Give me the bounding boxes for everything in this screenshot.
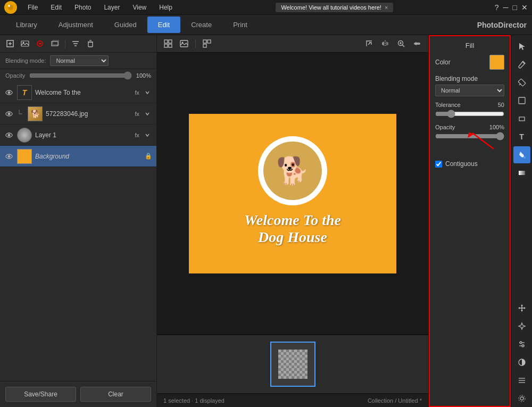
canvas-text: Welcome To the Dog House	[244, 212, 341, 246]
filter-icon[interactable]	[70, 38, 81, 49]
tab-edit[interactable]: Edit	[147, 16, 180, 33]
tool-brush[interactable]	[513, 56, 530, 73]
notification-bar: Welcome! View all tutorial videos here! …	[276, 3, 393, 12]
tool-magic[interactable]	[513, 318, 530, 335]
svg-marker-40	[466, 130, 474, 138]
canvas-toolbar	[157, 35, 428, 53]
help-icon[interactable]: ?	[495, 3, 499, 12]
canvas-main[interactable]: 🐕 Welcome To the Dog House	[157, 53, 428, 334]
svg-rect-29	[169, 44, 172, 47]
menu-layer[interactable]: Layer	[102, 3, 122, 12]
tab-library[interactable]: Library	[5, 16, 48, 33]
canvas-flip-icon[interactable]	[379, 38, 391, 49]
canvas-image: 🐕 Welcome To the Dog House	[189, 114, 396, 273]
fill-color-swatch[interactable]	[489, 55, 504, 70]
fill-panel: Fill Color Blending mode Normal Toleranc…	[429, 35, 511, 407]
menu-help[interactable]: Help	[157, 3, 174, 12]
svg-rect-26	[164, 40, 168, 43]
bottom-buttons: Save/Share Clear	[0, 381, 156, 407]
svg-marker-54	[524, 307, 526, 309]
layer-thumbnail: T	[17, 85, 32, 100]
menu-file[interactable]: File	[26, 3, 40, 12]
svg-rect-46	[519, 117, 525, 121]
menu-bar: File Edit Photo Layer View Help Welcome!…	[0, 0, 532, 15]
close-icon[interactable]: ✕	[521, 3, 528, 12]
canvas-image-icon[interactable]	[178, 38, 190, 49]
layers-panel: T Welcome To the fx 🐕 5722830	[0, 82, 156, 381]
svg-rect-45	[519, 97, 525, 104]
tool-text[interactable]: T	[513, 128, 530, 145]
tool-rect[interactable]	[513, 110, 530, 127]
left-panel: Blending mode: Normal Opacity 100% T Wel…	[0, 35, 157, 407]
notification-close[interactable]: ×	[385, 4, 388, 11]
canvas-pan-icon[interactable]	[411, 38, 423, 49]
layer-item[interactable]: Layer 1 fx	[0, 124, 156, 146]
tool-gradient[interactable]	[513, 164, 530, 181]
save-share-button[interactable]: Save/Share	[5, 387, 76, 402]
background-color-swatch	[17, 149, 32, 164]
clear-button[interactable]: Clear	[80, 387, 151, 402]
tool-adjust[interactable]	[513, 336, 530, 353]
layer-fx-label[interactable]: fx	[135, 89, 139, 96]
layer-item[interactable]: Background 🔒	[0, 146, 156, 167]
tool-layers[interactable]	[513, 372, 530, 389]
layer-visibility-toggle[interactable]	[4, 152, 14, 161]
layer-fx-label[interactable]: fx	[135, 132, 139, 138]
tool-pencil[interactable]	[513, 74, 530, 91]
tab-bar: Library Adjustment Guided Edit Create Pr…	[0, 15, 532, 35]
svg-marker-52	[521, 310, 523, 312]
tab-create[interactable]: Create	[180, 16, 222, 33]
menu-edit[interactable]: Edit	[48, 3, 64, 12]
layer-item[interactable]: 🐕 572283046.jpg fx	[0, 103, 156, 124]
layer-options-btn[interactable]	[143, 109, 152, 119]
svg-point-58	[522, 345, 524, 347]
tool-pointer[interactable]	[513, 38, 530, 55]
fill-blending-select[interactable]: Normal	[435, 85, 504, 96]
film-thumb-inner	[278, 350, 307, 379]
canvas-text-line1: Welcome To the	[244, 212, 341, 229]
multi-layer-icon[interactable]	[49, 38, 61, 49]
target-icon[interactable]	[34, 38, 46, 49]
opacity-slider[interactable]	[29, 71, 132, 80]
svg-point-63	[520, 397, 523, 400]
svg-marker-53	[518, 307, 520, 309]
canvas-grid2-icon[interactable]	[201, 38, 213, 49]
tab-adjustment[interactable]: Adjustment	[48, 16, 104, 33]
layer-visibility-toggle[interactable]	[4, 88, 14, 97]
menu-view[interactable]: View	[130, 3, 148, 12]
layer-options-btn[interactable]	[143, 130, 152, 140]
tab-guided[interactable]: Guided	[104, 16, 147, 33]
canvas-grid-icon[interactable]	[162, 38, 174, 49]
fill-tolerance-row: Tolerance 50	[435, 102, 504, 120]
tool-fill[interactable]	[513, 146, 530, 163]
canvas-zoom-icon[interactable]	[395, 38, 407, 49]
canvas-transform-icon[interactable]	[363, 38, 375, 49]
maximize-icon[interactable]: □	[513, 3, 517, 12]
tool-settings[interactable]	[513, 390, 530, 407]
tolerance-slider[interactable]	[435, 110, 504, 118]
opacity-label: Opacity	[5, 72, 25, 79]
menu-photo[interactable]: Photo	[72, 3, 93, 12]
tool-move[interactable]	[513, 300, 530, 317]
layer-item[interactable]: T Welcome To the fx	[0, 82, 156, 103]
tool-eraser[interactable]	[513, 92, 530, 109]
film-thumbnail[interactable]	[270, 342, 315, 387]
new-layer-icon[interactable]	[4, 38, 16, 49]
layer-visibility-toggle[interactable]	[4, 109, 14, 119]
film-strip[interactable]	[157, 335, 428, 393]
layer-fx-label[interactable]: fx	[135, 111, 139, 117]
layer-lock-icon: 🔒	[145, 153, 152, 160]
status-left: 1 selected · 1 displayed	[163, 397, 225, 404]
layer-options-btn[interactable]	[143, 88, 152, 97]
image-layer-icon[interactable]	[19, 38, 31, 49]
tolerance-label: Tolerance	[435, 102, 461, 108]
minimize-icon[interactable]: ─	[503, 3, 509, 12]
delete-icon[interactable]	[85, 38, 96, 49]
svg-rect-28	[164, 44, 168, 47]
layer-thumbnail: 🐕	[28, 106, 43, 121]
tab-print[interactable]: Print	[222, 16, 258, 33]
contiguous-checkbox[interactable]	[435, 161, 442, 168]
blending-mode-select[interactable]: Normal	[50, 55, 109, 66]
tool-circle[interactable]	[513, 354, 530, 371]
layer-visibility-toggle[interactable]	[4, 130, 14, 140]
